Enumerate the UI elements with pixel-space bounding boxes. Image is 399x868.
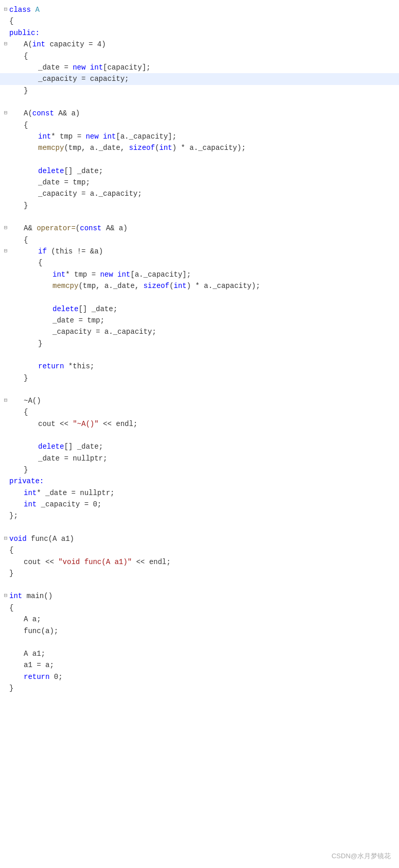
code-line: func(a); — [0, 625, 399, 637]
token: int — [38, 132, 51, 141]
code-line — [0, 579, 399, 590]
token: { — [24, 52, 28, 60]
token: } — [9, 569, 13, 577]
token: _date = tmp; — [38, 178, 90, 186]
token: A( — [24, 109, 32, 117]
token: public: — [9, 29, 40, 37]
code-line: } — [0, 683, 399, 694]
code-line: ⊟A& operator=(const A& a) — [0, 223, 399, 234]
code-line: ⊟~A() — [0, 395, 399, 406]
token: [] _date; — [64, 442, 103, 451]
fold-marker[interactable]: ⊟ — [2, 223, 9, 233]
code-tokens: A a1; — [24, 648, 45, 659]
token: _date = nullptr; — [38, 454, 107, 463]
code-tokens: return *this; — [38, 361, 94, 372]
watermark: CSDN@水月梦镜花 — [332, 851, 391, 862]
token: int — [53, 270, 65, 279]
code-line: public: — [0, 27, 399, 39]
token: "~A()" — [73, 420, 98, 428]
code-line: return 0; — [0, 671, 399, 683]
code-tokens: func(a); — [24, 625, 58, 637]
code-tokens: A a; — [24, 614, 41, 625]
code-line: } — [0, 372, 399, 384]
code-tokens: } — [24, 200, 28, 211]
token: { — [9, 17, 13, 25]
code-tokens: class A — [9, 4, 40, 15]
token: } — [24, 87, 28, 95]
code-line: int _capacity = 0; — [0, 499, 399, 510]
token: { — [24, 236, 28, 244]
token: * tmp = — [51, 132, 85, 141]
token: } — [38, 339, 42, 348]
token: int — [103, 132, 116, 141]
code-tokens: if (this != &a) — [38, 246, 103, 257]
code-tokens: _capacity = capacity; — [38, 73, 129, 84]
token: A — [35, 6, 39, 14]
fold-marker[interactable]: ⊟ — [2, 590, 9, 601]
token: _capacity = 0; — [37, 500, 101, 508]
token: _date = — [38, 63, 73, 72]
code-tokens: delete[] _date; — [38, 441, 103, 452]
code-line: private: — [0, 475, 399, 487]
code-tokens: { — [9, 602, 13, 614]
token: new — [73, 63, 85, 72]
token: _date = tmp; — [53, 316, 105, 325]
token: func(A a1) — [27, 535, 74, 543]
token: int — [24, 500, 37, 508]
token: int — [32, 40, 45, 48]
token: A& a) — [54, 109, 80, 117]
code-line: } — [0, 200, 399, 211]
token: func(a); — [24, 627, 58, 635]
code-line: _capacity = capacity; — [0, 73, 399, 84]
code-line: _capacity = a._capacity; — [0, 326, 399, 337]
fold-marker[interactable]: ⊟ — [2, 39, 9, 49]
code-tokens: delete[] _date; — [53, 303, 117, 315]
code-line: ⊟A(int capacity = 4) — [0, 39, 399, 50]
token: ~A() — [24, 397, 41, 405]
token: A a; — [24, 615, 41, 623]
code-line: ⊟class A — [0, 4, 399, 15]
code-line: { — [0, 120, 399, 131]
token: capacity = 4) — [45, 40, 106, 48]
code-line: cout << "void func(A a1)" << endl; — [0, 556, 399, 568]
code-container: ⊟class A { public:⊟A(int capacity = 4) {… — [0, 0, 399, 868]
code-line: _date = new int[capacity]; — [0, 62, 399, 73]
code-tokens: { — [38, 257, 42, 268]
code-tokens: _date = nullptr; — [38, 453, 107, 464]
code-line: a1 = a; — [0, 659, 399, 671]
code-line: int* tmp = new int[a._capacity]; — [0, 131, 399, 142]
token: { — [9, 604, 13, 612]
token — [85, 63, 90, 72]
fold-marker[interactable]: ⊟ — [2, 533, 9, 543]
fold-marker[interactable]: ⊟ — [2, 4, 9, 14]
fold-marker[interactable]: ⊟ — [2, 395, 9, 405]
token: int — [24, 489, 37, 497]
code-line — [0, 154, 399, 165]
token: { — [38, 259, 42, 267]
token: new — [85, 132, 98, 141]
token: _capacity = a._capacity; — [38, 190, 142, 198]
token: cout — [38, 420, 56, 428]
fold-marker[interactable]: ⊟ — [2, 108, 9, 118]
code-line: } — [0, 568, 399, 579]
token: _capacity = capacity; — [38, 75, 129, 83]
token: sizeof — [143, 282, 169, 290]
token: << endl; — [99, 420, 138, 428]
code-line — [0, 292, 399, 303]
fold-marker[interactable]: ⊟ — [2, 246, 9, 256]
code-line: _date = tmp; — [0, 315, 399, 326]
code-line: _capacity = a._capacity; — [0, 188, 399, 199]
code-line: { — [0, 602, 399, 614]
code-line: ⊟void func(A a1) — [0, 533, 399, 544]
code-line — [0, 430, 399, 441]
token: _capacity = a._capacity; — [53, 328, 157, 336]
token: ( — [76, 224, 80, 232]
token: { — [9, 546, 13, 554]
code-line — [0, 96, 399, 108]
code-line: { — [0, 15, 399, 27]
code-tokens: memcpy(tmp, a._date, sizeof(int) * a._ca… — [38, 142, 246, 154]
code-tokens: _date = tmp; — [38, 177, 90, 188]
token: } — [9, 684, 13, 692]
token: { — [24, 121, 28, 129]
token: int — [174, 282, 186, 290]
